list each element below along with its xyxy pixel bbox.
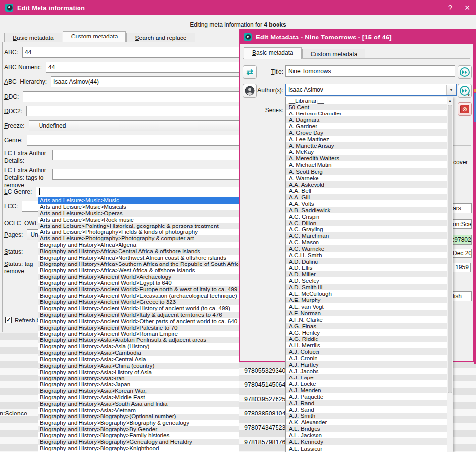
authors-scrollbar[interactable]: ▲ [447, 97, 453, 452]
help-button[interactable]: ? [442, 4, 459, 12]
genre-option[interactable]: Biography and History>Asia>Arabian Penin… [38, 337, 239, 343]
genre-option[interactable]: Biography and History>Asia>Cambodia [38, 350, 239, 356]
genre-option[interactable]: Arts and Leisure>Music>Music [38, 197, 239, 204]
genre-option[interactable]: Biography and History>Ancient World>Ital… [38, 312, 239, 318]
author-option[interactable]: A.J. Cronin [286, 355, 447, 361]
genre-option[interactable]: Biography and History>Biography>(Optiona… [38, 414, 239, 420]
author-option[interactable]: A. Meredith Walters [286, 155, 447, 161]
set-title-for-all-button[interactable] [458, 65, 472, 79]
genre-option[interactable]: Biography and History>Africa>West Africa… [38, 267, 239, 274]
author-option[interactable]: A.J. Sand [286, 406, 447, 413]
author-option[interactable]: A.G. Henley [286, 329, 447, 336]
author-option[interactable]: A.E. Murphy [286, 297, 447, 303]
genre-option[interactable]: Biography and History>Asia>South Asia an… [38, 401, 239, 407]
author-option[interactable]: A.C. Grayling [286, 226, 447, 232]
genre-option[interactable]: Biography and History>Ancient World>Roma… [38, 331, 239, 337]
authors-dropdown-list[interactable]: __Librarian__50 CentA. Bertram ChandlerA… [285, 97, 453, 452]
author-option[interactable]: A.A. Bell [286, 188, 447, 194]
genre-option[interactable]: Biography and History>Asia>Central Asia [38, 356, 239, 363]
genre-option[interactable]: Biography and History>Ancient World>Gree… [38, 299, 239, 305]
close-icon[interactable]: ✕ [459, 4, 476, 12]
genre-option[interactable]: Biography and History>Biography>Knightho… [38, 445, 239, 452]
author-option[interactable]: A. Bertram Chandler [286, 110, 447, 116]
author-option[interactable]: A. Warneke [286, 175, 447, 181]
author-option[interactable]: 50 Cent [286, 104, 447, 110]
scrollbar-thumb[interactable] [448, 105, 452, 393]
author-option[interactable]: A.G. Finas [286, 323, 447, 329]
author-option[interactable]: A.E. van Vogt [286, 303, 447, 310]
author-option[interactable]: A.L. Bridges [286, 425, 447, 432]
author-option[interactable]: A.L. Jackson [286, 432, 447, 438]
dialog1-titlebar[interactable]: Edit Meta information ? ✕ [0, 0, 476, 15]
author-option[interactable]: A.J. Menden [286, 387, 447, 393]
author-option[interactable]: A.D. Smith III [286, 284, 447, 290]
author-option[interactable]: A.E. McCullough [286, 290, 447, 297]
author-option[interactable]: A.C. Crispin [286, 213, 447, 220]
author-option[interactable]: A.A. Gill [286, 194, 447, 200]
genre-option[interactable]: Biography and History>Asia>Korean War, [38, 388, 239, 394]
author-option[interactable]: A.B. Saddlewick [286, 207, 447, 213]
tab-custom-metadata[interactable]: Custom metadata [63, 31, 126, 42]
chevron-down-icon[interactable]: ▼ [446, 85, 456, 95]
genre-option[interactable]: Biography and History>Biography>Genealog… [38, 439, 239, 445]
author-option[interactable]: A. Michael Matin [286, 161, 447, 168]
genre-option[interactable]: Arts and Leisure>Music>Musicals [38, 204, 239, 210]
author-option[interactable]: A.J. Colucci [286, 348, 447, 355]
genre-option[interactable]: Biography and History>Biography>By Gende… [38, 426, 239, 433]
genre-option[interactable]: Biography and History>Biography>Family h… [38, 432, 239, 439]
genre-option[interactable]: Biography and History>Biography>Biograph… [38, 420, 239, 426]
author-option[interactable]: A.J. Paquette [286, 393, 447, 400]
swap-title-author-button[interactable]: ⇄ [243, 65, 257, 79]
author-option[interactable]: A.D. Miller [286, 271, 447, 277]
author-option[interactable]: A.C. Marchman [286, 232, 447, 239]
genre-option[interactable]: Biography and History>Ancient World>Euro… [38, 286, 239, 293]
author-option[interactable]: A.C.H. Smith [286, 252, 447, 258]
genre-option[interactable]: Biography and History>Ancient World>Exca… [38, 293, 239, 299]
author-option[interactable]: A.F.N. Clarke [286, 316, 447, 323]
tab2-custom-metadata[interactable]: Custom metadata [302, 49, 366, 59]
scroll-up-icon[interactable]: ▲ [447, 97, 453, 104]
author-option[interactable]: A. Manette Ansay [286, 142, 447, 149]
genre-option[interactable]: Biography and History>Africa>Northwest A… [38, 255, 239, 261]
author-option[interactable]: A.D. Duling [286, 258, 447, 264]
genre-option[interactable]: Biography and History>Africa>Central Afr… [38, 248, 239, 255]
lc-genre-dropdown-list[interactable]: Arts and Leisure>Music>MusicArts and Lei… [38, 197, 239, 452]
genre-option[interactable]: Biography and History>Asia>Japan [38, 381, 239, 388]
author-option[interactable]: A.H. Merrills [286, 342, 447, 348]
dialog2-titlebar[interactable]: Edit Metadata - Nine Tomorrows - [15 of … [240, 30, 473, 44]
genre-option[interactable]: Biography and History>Ancient World>Pale… [38, 325, 239, 331]
genre-option[interactable]: Arts and Leisure>Photography>Photography… [38, 235, 239, 242]
genre-option[interactable]: Biography and History>Asia>History of As… [38, 369, 239, 376]
author-option[interactable]: A.F. Norman [286, 310, 447, 316]
author-option[interactable]: A. McKay [286, 149, 447, 155]
author-option[interactable]: A. Dagmara [286, 116, 447, 123]
tab-search-and-replace[interactable]: Search and replace [126, 33, 195, 42]
genre-option[interactable]: Biography and History>Africa>Southern Af… [38, 261, 239, 267]
author-option[interactable]: A.J. Smith [286, 413, 447, 419]
genre-option[interactable]: Biography and History>Ancient World>Egyp… [38, 280, 239, 286]
author-option[interactable]: A.C. Dillon [286, 220, 447, 226]
genre-option[interactable]: Arts and Leisure>Music>Rock music [38, 217, 239, 223]
genre-option[interactable]: Biography and History>Asia>Middle East [38, 394, 239, 401]
remove-button[interactable]: ⊗ [458, 102, 472, 116]
author-option[interactable]: A.L. Kennedy [286, 438, 447, 445]
tab-basic-metadata[interactable]: Basic metadata [4, 33, 62, 42]
author-option[interactable]: A.D. Ellis [286, 264, 447, 271]
authors-combobox[interactable]: Isaac Asimov ▼ [285, 84, 457, 96]
author-option[interactable]: A.J. Rand [286, 400, 447, 406]
author-option[interactable]: A. Scott Berg [286, 168, 447, 175]
genre-option[interactable]: Biography and History>Asia>China (countr… [38, 363, 239, 369]
author-option[interactable]: A. Gardner [286, 123, 447, 129]
genre-option[interactable]: Biography and History>Asia>Asia (History… [38, 343, 239, 350]
author-option[interactable]: __Librarian__ [286, 97, 447, 104]
genre-option[interactable]: Biography and History>Asia>Iran [38, 376, 239, 382]
author-option[interactable]: A.L. Lassieur [286, 445, 447, 452]
author-option[interactable]: A.A. Askevold [286, 181, 447, 188]
genre-option[interactable]: Biography and History>Ancient World>Othe… [38, 318, 239, 325]
genre-option[interactable]: Biography and History>Africa>Algeria [38, 242, 239, 248]
author-option[interactable]: A.J. Hartley [286, 361, 447, 368]
author-option[interactable]: A.J. Locke [286, 380, 447, 387]
author-option[interactable]: A.C. Mason [286, 239, 447, 245]
genre-option[interactable]: Arts and Leisure>Painting>Historical, ge… [38, 223, 239, 229]
tab2-basic-metadata[interactable]: Basic metadata [244, 47, 302, 59]
